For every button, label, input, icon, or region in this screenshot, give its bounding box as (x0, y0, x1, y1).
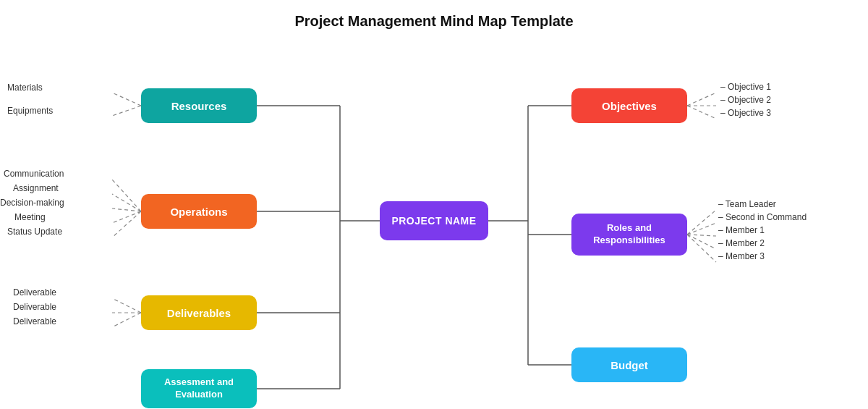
svg-line-23 (687, 106, 716, 119)
label-member1: – Member 1 (718, 225, 765, 235)
label-second: – Second in Command (718, 212, 807, 222)
svg-line-14 (112, 194, 141, 211)
mindmap-container: PROJECT NAME Resources Operations Delive… (0, 36, 868, 409)
label-teamleader: – Team Leader (718, 199, 776, 209)
label-decision: Decision-making (0, 198, 64, 208)
label-obj2: – Objective 2 (720, 95, 771, 105)
svg-line-20 (112, 313, 141, 327)
svg-line-16 (112, 211, 141, 223)
center-node: PROJECT NAME (380, 201, 488, 240)
label-deliverable1: Deliverable (13, 287, 56, 298)
node-objectives: Objectives (571, 88, 687, 123)
label-materials: Materials (7, 83, 43, 93)
label-meeting: Meeting (14, 212, 46, 222)
node-operations: Operations (141, 194, 257, 229)
label-equipments: Equipments (7, 106, 53, 116)
node-assessment: Assesment andEvaluation (141, 369, 257, 408)
label-obj1: – Objective 1 (720, 82, 771, 92)
svg-line-11 (112, 93, 141, 106)
svg-line-28 (687, 235, 716, 262)
label-assignment: Assignment (13, 183, 59, 193)
svg-line-12 (112, 106, 141, 116)
label-deliverable2: Deliverable (13, 302, 56, 312)
svg-line-27 (687, 235, 716, 249)
svg-line-26 (687, 235, 716, 236)
node-resources: Resources (141, 88, 257, 123)
node-budget: Budget (571, 347, 687, 382)
svg-line-21 (687, 93, 716, 106)
label-obj3: – Objective 3 (720, 108, 771, 118)
label-communication: Communication (4, 169, 64, 179)
svg-line-24 (687, 210, 716, 235)
label-member2: – Member 2 (718, 238, 765, 248)
label-status: Status Update (7, 227, 62, 237)
svg-line-13 (112, 180, 141, 211)
svg-line-18 (112, 298, 141, 313)
node-roles: Roles andResponsibilities (571, 214, 687, 256)
svg-line-17 (112, 211, 141, 237)
page-title: Project Management Mind Map Template (0, 0, 868, 30)
svg-line-25 (687, 223, 716, 235)
node-deliverables: Deliverables (141, 295, 257, 330)
svg-line-15 (112, 208, 141, 211)
label-deliverable3: Deliverable (13, 316, 56, 326)
label-member3: – Member 3 (718, 251, 765, 261)
